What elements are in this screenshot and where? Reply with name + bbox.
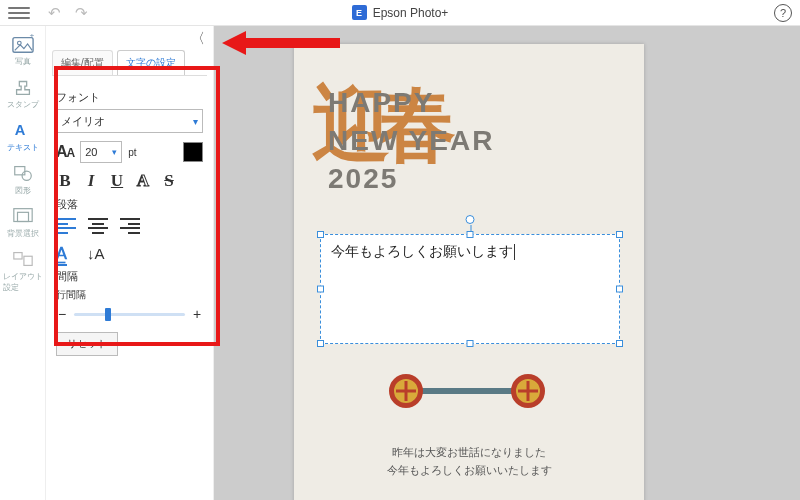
rail-photo-label: 写真 (15, 56, 31, 67)
headline-text[interactable]: HAPPY NEW YEAR 2025 (328, 84, 494, 197)
italic-button[interactable]: I (82, 171, 100, 191)
rail-layout-label: レイアウト設定 (3, 271, 43, 293)
svg-rect-7 (17, 212, 28, 221)
app-logo-icon: E (352, 5, 367, 20)
paragraph-label: 段落 (56, 197, 203, 212)
resize-handle-w[interactable] (317, 286, 324, 293)
align-center-button[interactable] (88, 218, 108, 234)
headline-line2: NEW YEAR (328, 122, 494, 160)
font-select[interactable]: メイリオ (56, 109, 203, 133)
svg-rect-6 (13, 209, 31, 222)
svg-text:+: + (29, 34, 34, 41)
font-select-value: メイリオ (61, 114, 105, 129)
textbox-content: 今年もよろしくお願いします (331, 243, 513, 259)
photo-icon: + (12, 34, 34, 54)
rail-text-label: テキスト (7, 142, 39, 153)
spacing-label: 間隔 (56, 269, 203, 284)
rail-shape-label: 図形 (15, 185, 31, 196)
undo-icon[interactable]: ↶ (48, 4, 61, 22)
background-icon (12, 206, 34, 226)
app-title: Epson Photo+ (373, 6, 449, 20)
headline-line1: HAPPY (328, 84, 494, 122)
layout-icon (12, 249, 34, 269)
svg-rect-9 (23, 256, 31, 265)
collapse-panel-button[interactable]: 〈 (191, 30, 205, 48)
outline-button[interactable]: A (134, 171, 152, 191)
svg-point-5 (22, 171, 31, 180)
underline-button[interactable]: U (108, 171, 126, 191)
rail-background-label: 背景選択 (7, 228, 39, 239)
greeting-text[interactable]: 昨年は大変お世話になりました 今年もよろしくお願いいたします (294, 444, 644, 479)
canvas-area[interactable]: 迎春 HAPPY NEW YEAR 2025 今年もよろしくお願いし (214, 26, 800, 500)
font-color-swatch[interactable] (183, 142, 203, 162)
horizontal-text-button[interactable]: A̲ (56, 244, 67, 263)
svg-rect-4 (14, 167, 24, 175)
spacing-increase-button[interactable]: + (191, 306, 203, 322)
greeting-line1: 昨年は大変お世話になりました (294, 444, 644, 462)
resize-handle-sw[interactable] (317, 340, 324, 347)
resize-handle-nw[interactable] (317, 231, 324, 238)
hamburger-menu-icon[interactable] (8, 7, 30, 19)
line-spacing-label: 行間隔 (56, 288, 203, 302)
tool-rail: + 写真 スタンプ A テキスト 図形 背景選択 レイアウト設定 (0, 26, 46, 500)
side-panel: 〈 編集/配置 文字の設定 フォント メイリオ AA 20 pt B I U (46, 26, 214, 500)
text-caret (514, 244, 515, 260)
strikethrough-button[interactable]: S (160, 171, 178, 191)
svg-rect-8 (13, 253, 21, 259)
headline-line3: 2025 (328, 160, 494, 198)
tab-edit-arrange[interactable]: 編集/配置 (52, 50, 113, 75)
wheel-icon (511, 374, 545, 408)
resize-handle-s[interactable] (467, 340, 474, 347)
resize-handle-se[interactable] (616, 340, 623, 347)
title-bar: ↶ ↷ E Epson Photo+ ? (0, 0, 800, 26)
svg-text:A: A (14, 123, 25, 139)
font-size-value: 20 (85, 146, 97, 158)
vertical-text-button[interactable]: ↓A (87, 245, 105, 262)
rail-photo[interactable]: + 写真 (3, 32, 43, 69)
rail-background[interactable]: 背景選択 (3, 204, 43, 241)
align-right-button[interactable] (120, 218, 140, 234)
rotate-handle[interactable] (466, 215, 475, 224)
svg-point-1 (17, 41, 21, 45)
redo-icon[interactable]: ↷ (75, 4, 88, 22)
pt-label: pt (128, 147, 136, 158)
spacing-decrease-button[interactable]: − (56, 306, 68, 322)
slider-thumb[interactable] (105, 308, 111, 321)
bold-button[interactable]: B (56, 171, 74, 191)
resize-handle-ne[interactable] (616, 231, 623, 238)
postcard-document[interactable]: 迎春 HAPPY NEW YEAR 2025 今年もよろしくお願いし (294, 44, 644, 500)
rail-stamp-label: スタンプ (7, 99, 39, 110)
wheel-icon (389, 374, 423, 408)
reset-button[interactable]: リセット (56, 332, 118, 356)
align-left-button[interactable] (56, 218, 76, 234)
editing-text-box[interactable]: 今年もよろしくお願いします (320, 234, 620, 344)
rail-layout[interactable]: レイアウト設定 (3, 247, 43, 295)
rail-shape[interactable]: 図形 (3, 161, 43, 198)
font-label: フォント (56, 90, 203, 105)
shape-icon (12, 163, 34, 183)
text-icon: A (12, 120, 34, 140)
font-size-select[interactable]: 20 (80, 141, 122, 163)
greeting-line2: 今年もよろしくお願いいたします (294, 462, 644, 480)
cart-wheels-graphic (389, 374, 545, 408)
stamp-icon (12, 77, 34, 97)
line-spacing-slider[interactable] (74, 313, 185, 316)
rail-text[interactable]: A テキスト (3, 118, 43, 155)
help-button[interactable]: ? (774, 4, 792, 22)
font-size-icon: AA (56, 143, 74, 161)
tab-text-settings[interactable]: 文字の設定 (117, 50, 185, 75)
resize-handle-e[interactable] (616, 286, 623, 293)
resize-handle-n[interactable] (467, 231, 474, 238)
rail-stamp[interactable]: スタンプ (3, 75, 43, 112)
